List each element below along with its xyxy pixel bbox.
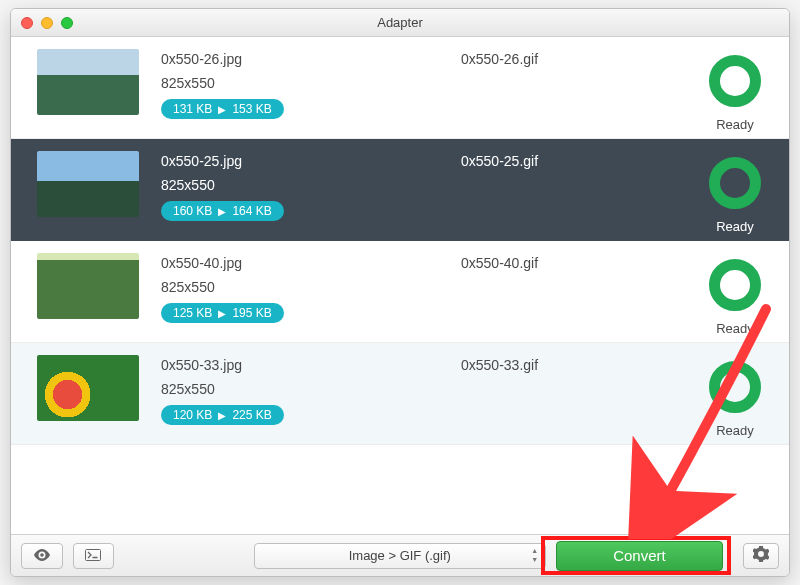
traffic-lights: [21, 17, 73, 29]
file-meta: 0x550-40.jpg 825x550 125 KB ▶ 195 KB: [161, 253, 461, 323]
source-filename: 0x550-26.jpg: [161, 51, 461, 67]
status-label: Ready: [716, 117, 754, 132]
size-pill: 120 KB ▶ 225 KB: [161, 405, 284, 425]
size-in: 120 KB: [173, 408, 212, 422]
size-pill: 125 KB ▶ 195 KB: [161, 303, 284, 323]
status-ring-icon: [709, 361, 761, 413]
thumbnail: [37, 151, 139, 217]
size-in: 125 KB: [173, 306, 212, 320]
output-filename: 0x550-40.gif: [461, 253, 681, 271]
size-in: 160 KB: [173, 204, 212, 218]
app-window: Adapter 0x550-26.jpg 825x550 131 KB ▶ 15…: [10, 8, 790, 577]
zoom-icon[interactable]: [61, 17, 73, 29]
file-meta: 0x550-26.jpg 825x550 131 KB ▶ 153 KB: [161, 49, 461, 119]
status-column: Ready: [681, 253, 789, 336]
status-ring-icon: [709, 157, 761, 209]
status-label: Ready: [716, 423, 754, 438]
format-label: Image > GIF (.gif): [349, 548, 451, 563]
status-column: Ready: [681, 151, 789, 234]
convert-button[interactable]: Convert: [556, 541, 724, 571]
convert-label: Convert: [613, 547, 666, 564]
thumbnail: [37, 49, 139, 115]
svg-rect-1: [86, 549, 101, 560]
dimensions: 825x550: [161, 279, 461, 295]
size-in: 131 KB: [173, 102, 212, 116]
size-out: 153 KB: [232, 102, 271, 116]
format-select[interactable]: Image > GIF (.gif) ▲▼: [254, 543, 546, 569]
size-pill: 160 KB ▶ 164 KB: [161, 201, 284, 221]
source-filename: 0x550-33.jpg: [161, 357, 461, 373]
eye-icon: [33, 548, 51, 564]
size-out: 195 KB: [232, 306, 271, 320]
dimensions: 825x550: [161, 75, 461, 91]
dimensions: 825x550: [161, 177, 461, 193]
source-filename: 0x550-40.jpg: [161, 255, 461, 271]
output-filename: 0x550-33.gif: [461, 355, 681, 373]
size-out: 164 KB: [232, 204, 271, 218]
thumbnail: [37, 253, 139, 319]
terminal-button[interactable]: [73, 543, 115, 569]
window-title: Adapter: [21, 15, 779, 30]
arrow-right-icon: ▶: [218, 206, 226, 217]
terminal-icon: [85, 548, 101, 564]
status-column: Ready: [681, 355, 789, 438]
status-ring-icon: [709, 259, 761, 311]
arrow-right-icon: ▶: [218, 104, 226, 115]
source-filename: 0x550-25.jpg: [161, 153, 461, 169]
size-out: 225 KB: [232, 408, 271, 422]
thumbnail: [37, 355, 139, 421]
arrow-right-icon: ▶: [218, 410, 226, 421]
close-icon[interactable]: [21, 17, 33, 29]
output-filename: 0x550-25.gif: [461, 151, 681, 169]
status-ring-icon: [709, 55, 761, 107]
status-label: Ready: [716, 321, 754, 336]
titlebar: Adapter: [11, 9, 789, 37]
list-item[interactable]: 0x550-40.jpg 825x550 125 KB ▶ 195 KB 0x5…: [11, 241, 789, 343]
arrow-right-icon: ▶: [218, 308, 226, 319]
bottom-toolbar: Image > GIF (.gif) ▲▼ Convert: [11, 534, 789, 576]
status-column: Ready: [681, 49, 789, 132]
file-meta: 0x550-25.jpg 825x550 160 KB ▶ 164 KB: [161, 151, 461, 221]
settings-button[interactable]: [743, 543, 779, 569]
gear-icon: [753, 546, 769, 565]
list-item[interactable]: 0x550-33.jpg 825x550 120 KB ▶ 225 KB 0x5…: [11, 343, 789, 445]
status-label: Ready: [716, 219, 754, 234]
dimensions: 825x550: [161, 381, 461, 397]
output-filename: 0x550-26.gif: [461, 49, 681, 67]
list-item[interactable]: 0x550-26.jpg 825x550 131 KB ▶ 153 KB 0x5…: [11, 37, 789, 139]
minimize-icon[interactable]: [41, 17, 53, 29]
preview-button[interactable]: [21, 543, 63, 569]
size-pill: 131 KB ▶ 153 KB: [161, 99, 284, 119]
svg-point-0: [40, 553, 44, 557]
file-list: 0x550-26.jpg 825x550 131 KB ▶ 153 KB 0x5…: [11, 37, 789, 534]
stepper-icon: ▲▼: [528, 546, 542, 566]
file-meta: 0x550-33.jpg 825x550 120 KB ▶ 225 KB: [161, 355, 461, 425]
list-item[interactable]: 0x550-25.jpg 825x550 160 KB ▶ 164 KB 0x5…: [11, 139, 789, 241]
